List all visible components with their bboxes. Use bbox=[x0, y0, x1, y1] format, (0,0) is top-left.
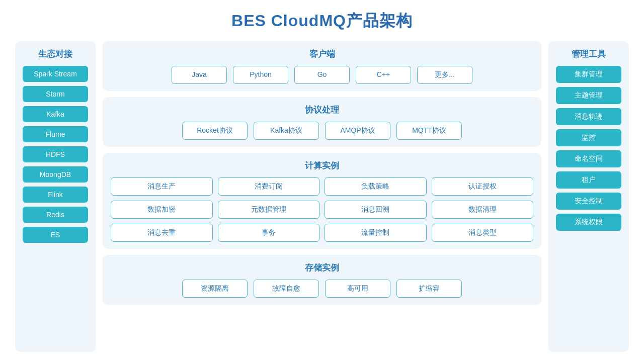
storage-item[interactable]: 故障自愈 bbox=[254, 280, 319, 298]
left-panel-item[interactable]: Storm bbox=[23, 86, 88, 102]
compute-item[interactable]: 消息生产 bbox=[111, 177, 213, 196]
right-panel-item[interactable]: 命名空间 bbox=[556, 150, 621, 167]
left-panel-title: 生态对接 bbox=[38, 48, 72, 60]
right-panel-item[interactable]: 安全控制 bbox=[556, 193, 621, 210]
right-panel-item[interactable]: 主题管理 bbox=[556, 87, 621, 104]
compute-item[interactable]: 消息类型 bbox=[432, 224, 534, 242]
compute-item[interactable]: 事务 bbox=[218, 224, 320, 242]
protocol-title: 协议处理 bbox=[111, 104, 533, 116]
left-panel-item[interactable]: ES bbox=[23, 227, 88, 243]
storage-title: 存储实例 bbox=[111, 262, 533, 274]
compute-item[interactable]: 数据加密 bbox=[111, 201, 213, 219]
compute-title: 计算实例 bbox=[111, 160, 533, 171]
left-panel: 生态对接 Spark StreamStormKafkaFlumeHDFSMoon… bbox=[15, 41, 96, 352]
client-item[interactable]: 更多... bbox=[417, 66, 472, 84]
protocol-item[interactable]: AMQP协议 bbox=[325, 122, 390, 140]
compute-item[interactable]: 消息去重 bbox=[111, 224, 213, 242]
protocol-item[interactable]: MQTT协议 bbox=[396, 122, 462, 140]
storage-item[interactable]: 扩缩容 bbox=[396, 280, 462, 298]
compute-item[interactable]: 消费订阅 bbox=[218, 177, 320, 196]
client-item[interactable]: Go bbox=[294, 66, 350, 84]
storage-item[interactable]: 高可用 bbox=[325, 280, 390, 298]
right-panel-item[interactable]: 消息轨迹 bbox=[556, 108, 621, 125]
left-panel-item[interactable]: HDFS bbox=[23, 146, 88, 162]
compute-section: 计算实例 消息生产消费订阅负载策略认证授权数据加密元数据管理消息回溯数据清理消息… bbox=[103, 153, 541, 249]
storage-section: 存储实例 资源隔离故障自愈高可用扩缩容 bbox=[103, 255, 541, 305]
page-title: BES CloudMQ产品架构 bbox=[231, 10, 413, 32]
compute-item[interactable]: 消息回溯 bbox=[325, 201, 427, 219]
compute-item[interactable]: 认证授权 bbox=[432, 177, 534, 196]
main-layout: 生态对接 Spark StreamStormKafkaFlumeHDFSMoon… bbox=[15, 41, 629, 352]
compute-item[interactable]: 流量控制 bbox=[325, 224, 427, 242]
left-panel-item[interactable]: MoongDB bbox=[23, 166, 88, 183]
client-title: 客户端 bbox=[111, 48, 533, 60]
right-panel-title: 管理工具 bbox=[572, 48, 606, 60]
left-panel-item[interactable]: Flume bbox=[23, 126, 88, 142]
right-panel: 管理工具 集群管理主题管理消息轨迹监控命名空间租户安全控制系统权限 bbox=[548, 41, 629, 352]
left-panel-item[interactable]: Spark Stream bbox=[23, 66, 88, 82]
client-section: 客户端 JavaPythonGoC++更多... bbox=[103, 41, 541, 91]
compute-item[interactable]: 数据清理 bbox=[432, 201, 534, 219]
right-panel-item[interactable]: 系统权限 bbox=[556, 214, 621, 231]
protocol-section: 协议处理 Rocket协议Kafka协议AMQP协议MQTT协议 bbox=[103, 97, 541, 147]
client-item[interactable]: Java bbox=[172, 66, 227, 84]
compute-item[interactable]: 负载策略 bbox=[325, 177, 427, 196]
right-panel-item[interactable]: 集群管理 bbox=[556, 66, 621, 83]
protocol-item[interactable]: Kafka协议 bbox=[254, 122, 319, 140]
client-item[interactable]: C++ bbox=[356, 66, 411, 84]
right-panel-item[interactable]: 租户 bbox=[556, 171, 621, 189]
left-panel-item[interactable]: Flink bbox=[23, 187, 88, 203]
compute-item[interactable]: 元数据管理 bbox=[218, 201, 320, 219]
left-panel-item[interactable]: Kafka bbox=[23, 106, 88, 122]
storage-item[interactable]: 资源隔离 bbox=[182, 280, 248, 298]
left-panel-item[interactable]: Redis bbox=[23, 207, 88, 223]
protocol-item[interactable]: Rocket协议 bbox=[182, 122, 248, 140]
right-panel-item[interactable]: 监控 bbox=[556, 129, 621, 146]
center-panel: 客户端 JavaPythonGoC++更多... 协议处理 Rocket协议Ka… bbox=[103, 41, 541, 352]
client-item[interactable]: Python bbox=[233, 66, 288, 84]
